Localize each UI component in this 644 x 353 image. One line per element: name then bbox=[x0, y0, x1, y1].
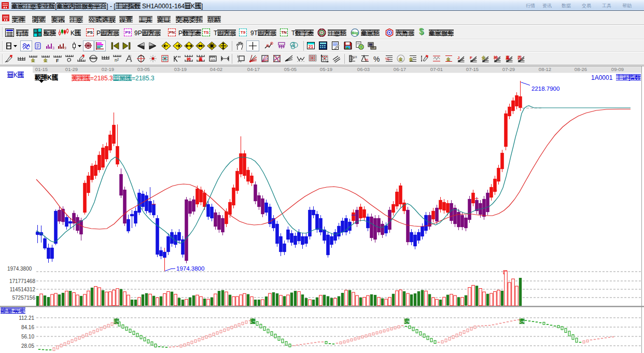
svg-text:07-15: 07-15 bbox=[466, 66, 479, 72]
svg-text:02-19: 02-19 bbox=[102, 66, 114, 72]
svg-text:08-12: 08-12 bbox=[539, 66, 551, 72]
svg-text:06-03: 06-03 bbox=[357, 66, 370, 72]
svg-text:03-19: 03-19 bbox=[174, 66, 187, 72]
svg-text:F: F bbox=[56, 58, 59, 63]
svg-text:赢: 赢 bbox=[505, 55, 510, 60]
svg-text:Big: Big bbox=[352, 31, 358, 35]
svg-text:07-01: 07-01 bbox=[430, 66, 443, 72]
svg-text:金: 金 bbox=[31, 58, 35, 63]
svg-text:07-29: 07-29 bbox=[502, 66, 515, 72]
svg-text:57257156: 57257156 bbox=[12, 295, 36, 301]
svg-text:2218.7900: 2218.7900 bbox=[531, 86, 559, 92]
svg-text:%: % bbox=[385, 57, 389, 62]
svg-text:08-26: 08-26 bbox=[575, 66, 587, 72]
svg-text:%: % bbox=[373, 55, 380, 63]
svg-text:84.16: 84.16 bbox=[21, 324, 34, 330]
svg-text:神: 神 bbox=[493, 55, 498, 60]
svg-text:赢: 赢 bbox=[198, 57, 203, 62]
svg-text:112.21: 112.21 bbox=[19, 315, 34, 321]
svg-text:F: F bbox=[470, 55, 472, 60]
svg-text:03-05: 03-05 bbox=[137, 66, 150, 72]
svg-text:9: 9 bbox=[64, 46, 66, 50]
svg-text:01-29: 01-29 bbox=[65, 66, 78, 72]
svg-text:金: 金 bbox=[446, 57, 451, 62]
svg-text:神: 神 bbox=[186, 57, 191, 62]
svg-text:01-15: 01-15 bbox=[35, 66, 48, 72]
svg-text:123: 123 bbox=[211, 59, 215, 62]
svg-text:06-17: 06-17 bbox=[394, 66, 406, 72]
svg-text:3: 3 bbox=[52, 46, 54, 50]
svg-text:114514312: 114514312 bbox=[10, 287, 36, 292]
svg-text:%: % bbox=[365, 58, 368, 62]
svg-text:09-09: 09-09 bbox=[611, 66, 624, 72]
svg-text:04-17: 04-17 bbox=[247, 66, 260, 72]
svg-text:金: 金 bbox=[481, 55, 486, 60]
svg-text:05-05: 05-05 bbox=[284, 66, 297, 72]
svg-text:金: 金 bbox=[398, 57, 403, 62]
svg-text:1974.3800: 1974.3800 bbox=[7, 266, 32, 272]
svg-text:金: 金 bbox=[43, 58, 48, 63]
svg-text:金: 金 bbox=[409, 57, 413, 62]
svg-text:21: 21 bbox=[309, 44, 314, 49]
svg-text:04-02: 04-02 bbox=[210, 66, 222, 72]
svg-text:J: J bbox=[457, 55, 459, 60]
svg-text:123: 123 bbox=[353, 55, 357, 59]
svg-text:56.10: 56.10 bbox=[21, 334, 34, 340]
svg-text:n²: n² bbox=[115, 58, 119, 63]
svg-text:四: 四 bbox=[517, 55, 522, 60]
svg-text:28.05: 28.05 bbox=[21, 343, 34, 349]
svg-text:171771468: 171771468 bbox=[9, 278, 35, 284]
svg-text:1974.3800: 1974.3800 bbox=[176, 265, 204, 272]
svg-text:05-19: 05-19 bbox=[320, 66, 332, 72]
